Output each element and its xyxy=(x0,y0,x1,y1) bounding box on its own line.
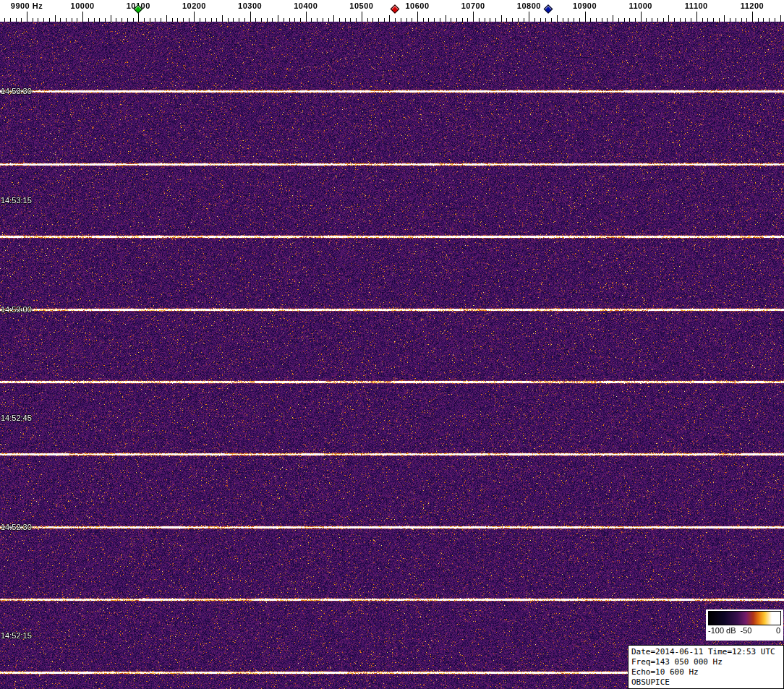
legend-mid-label: -50 xyxy=(741,626,752,635)
legend-min-label: -100 dB xyxy=(708,626,736,635)
freq-tick-label: 10200 xyxy=(182,1,206,10)
freq-tick-label: 10600 xyxy=(406,1,430,10)
status-info-box: Date=2014-06-11 Time=12:53 UTC Freq=143 … xyxy=(628,645,784,689)
info-station-name: OBSUPICE xyxy=(631,677,783,688)
freq-tick-label: 10400 xyxy=(294,1,318,10)
freq-tick-label: 9900 Hz xyxy=(11,1,43,10)
freq-tick-label: 11000 xyxy=(629,1,652,10)
freq-tick-label: 10300 xyxy=(238,1,262,10)
info-date-time: Date=2014-06-11 Time=12:53 UTC xyxy=(631,647,783,657)
freq-tick-label: 10800 xyxy=(517,1,541,10)
freq-tick-label: 11100 xyxy=(685,1,708,10)
freq-tick-label: 10900 xyxy=(573,1,597,10)
legend-max-label: 0 xyxy=(776,626,780,635)
waterfall-spectrogram[interactable] xyxy=(0,22,784,689)
freq-tick-label: 11200 xyxy=(741,1,764,10)
color-scale-gradient xyxy=(708,611,781,625)
color-scale-labels: -100 dB -50 0 xyxy=(708,625,781,636)
freq-tick-label: 10000 xyxy=(71,1,95,10)
color-scale-legend: -100 dB -50 0 xyxy=(706,609,783,641)
frequency-ruler[interactable]: 9900 Hz100001010010200103001040010500106… xyxy=(0,0,784,22)
spectrum-waterfall-display: 9900 Hz100001010010200103001040010500106… xyxy=(0,0,784,689)
info-frequency: Freq=143 050 000 Hz xyxy=(631,657,783,667)
freq-tick-label: 10700 xyxy=(461,1,485,10)
freq-tick-label: 10500 xyxy=(349,1,373,10)
info-echo-frequency: Echo=10 600 Hz xyxy=(631,667,783,677)
